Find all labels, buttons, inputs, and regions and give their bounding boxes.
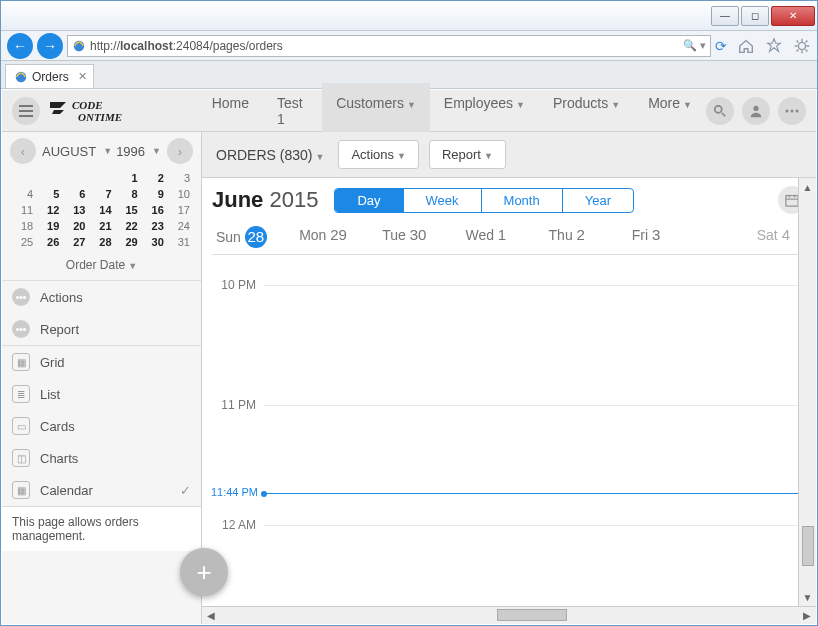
user-button[interactable] bbox=[742, 97, 770, 125]
window-maximize-button[interactable]: ◻ bbox=[741, 6, 769, 26]
cards-icon: ▭ bbox=[12, 417, 30, 435]
mini-calendar-next[interactable]: › bbox=[167, 138, 193, 164]
forward-button[interactable]: → bbox=[37, 33, 63, 59]
mini-calendar-day[interactable]: 6 bbox=[62, 186, 88, 202]
hour-row[interactable]: 11 PM bbox=[264, 405, 816, 525]
mini-calendar-day[interactable]: 7 bbox=[88, 186, 114, 202]
mini-calendar-day[interactable]: 13 bbox=[62, 202, 88, 218]
mini-calendar-day[interactable]: 26 bbox=[36, 234, 62, 250]
view-year[interactable]: Year bbox=[562, 189, 633, 212]
menu-products[interactable]: Products▼ bbox=[539, 83, 634, 139]
mini-calendar-day[interactable]: 28 bbox=[88, 234, 114, 250]
mini-calendar-day[interactable]: 29 bbox=[115, 234, 141, 250]
sidebar-actions[interactable]: ••• Actions bbox=[2, 281, 201, 313]
search-button[interactable] bbox=[706, 97, 734, 125]
mini-calendar-title[interactable]: AUGUST▼ 1996▼ bbox=[42, 144, 161, 159]
mini-calendar-day[interactable]: 2 bbox=[141, 170, 167, 186]
more-button[interactable] bbox=[778, 97, 806, 125]
scroll-up-icon[interactable]: ▲ bbox=[799, 178, 816, 196]
scroll-thumb[interactable] bbox=[497, 609, 567, 621]
main-menu: HomeTest 1Customers▼Employees▼Products▼M… bbox=[198, 83, 706, 139]
sidebar-report[interactable]: ••• Report bbox=[2, 313, 201, 345]
mini-calendar-day[interactable]: 1 bbox=[115, 170, 141, 186]
hour-row[interactable]: 12 AM bbox=[264, 525, 816, 606]
tab-close-icon[interactable]: ✕ bbox=[78, 70, 87, 83]
day-header[interactable]: Fri 3 bbox=[628, 220, 711, 254]
mini-calendar-day[interactable]: 3 bbox=[167, 170, 193, 186]
day-header[interactable]: Tue 30 bbox=[378, 220, 461, 254]
scroll-down-icon[interactable]: ▼ bbox=[799, 588, 816, 606]
menu-more[interactable]: More▼ bbox=[634, 83, 706, 139]
day-header[interactable]: Wed 1 bbox=[461, 220, 544, 254]
actions-button[interactable]: Actions▼ bbox=[338, 140, 419, 169]
add-button[interactable]: + bbox=[180, 548, 228, 596]
mini-calendar-day[interactable]: 20 bbox=[62, 218, 88, 234]
mini-calendar-day[interactable]: 14 bbox=[88, 202, 114, 218]
mini-calendar-day[interactable]: 10 bbox=[167, 186, 193, 202]
back-button[interactable]: ← bbox=[7, 33, 33, 59]
day-header[interactable]: Sun 28 bbox=[212, 220, 295, 254]
favorites-icon[interactable] bbox=[765, 37, 783, 55]
menu-toggle-button[interactable] bbox=[12, 97, 40, 125]
day-header[interactable]: Sat 4 bbox=[711, 220, 806, 254]
calendar-grid[interactable]: 10 PM11 PM12 AM 11:44 PM bbox=[202, 255, 816, 606]
horizontal-scrollbar[interactable]: ◀ ▶ bbox=[202, 606, 816, 624]
sidebar-view-grid[interactable]: ▦Grid bbox=[2, 346, 201, 378]
mini-calendar-day[interactable]: 4 bbox=[10, 186, 36, 202]
mini-calendar-day[interactable]: 27 bbox=[62, 234, 88, 250]
url-host: localhost bbox=[120, 39, 173, 53]
menu-employees[interactable]: Employees▼ bbox=[430, 83, 539, 139]
mini-calendar-day[interactable]: 30 bbox=[141, 234, 167, 250]
report-button[interactable]: Report▼ bbox=[429, 140, 506, 169]
vertical-scrollbar[interactable]: ▲ ▼ bbox=[798, 178, 816, 606]
day-header[interactable]: Thu 2 bbox=[545, 220, 628, 254]
order-date-selector[interactable]: Order Date▼ bbox=[2, 250, 201, 280]
sidebar-view-list[interactable]: ≣List bbox=[2, 378, 201, 410]
sidebar-view-charts[interactable]: ◫Charts bbox=[2, 442, 201, 474]
sidebar: ‹ AUGUST▼ 1996▼ › 1234567891011121314151… bbox=[2, 132, 202, 624]
scroll-right-icon[interactable]: ▶ bbox=[798, 607, 816, 624]
mini-calendar-day[interactable]: 19 bbox=[36, 218, 62, 234]
mini-calendar-prev[interactable]: ‹ bbox=[10, 138, 36, 164]
menu-home[interactable]: Home bbox=[198, 83, 263, 139]
mini-calendar-day[interactable]: 18 bbox=[10, 218, 36, 234]
mini-calendar-day[interactable]: 24 bbox=[167, 218, 193, 234]
search-dropdown-icon[interactable]: 🔍 ▾ bbox=[683, 39, 706, 52]
window-minimize-button[interactable]: — bbox=[711, 6, 739, 26]
sidebar-views-section: ▦Grid≣List▭Cards◫Charts▦Calendar✓ bbox=[2, 345, 201, 506]
day-header[interactable]: Mon 29 bbox=[295, 220, 378, 254]
sidebar-view-cards[interactable]: ▭Cards bbox=[2, 410, 201, 442]
mini-calendar-grid[interactable]: 1234567891011121314151617181920212223242… bbox=[10, 170, 193, 250]
mini-calendar-day[interactable]: 11 bbox=[10, 202, 36, 218]
menu-test1[interactable]: Test 1 bbox=[263, 83, 322, 139]
hour-row[interactable]: 10 PM bbox=[264, 285, 816, 405]
tools-icon[interactable] bbox=[793, 37, 811, 55]
mini-calendar-day[interactable]: 8 bbox=[115, 186, 141, 202]
refresh-button[interactable]: ⟳ bbox=[715, 38, 727, 54]
browser-tab-orders[interactable]: Orders ✕ bbox=[5, 64, 94, 88]
view-month[interactable]: Month bbox=[481, 189, 562, 212]
mini-calendar-day[interactable]: 5 bbox=[36, 186, 62, 202]
home-icon[interactable] bbox=[737, 37, 755, 55]
mini-calendar-day[interactable]: 31 bbox=[167, 234, 193, 250]
mini-calendar-day[interactable]: 23 bbox=[141, 218, 167, 234]
mini-calendar-day[interactable]: 15 bbox=[115, 202, 141, 218]
menu-customers[interactable]: Customers▼ bbox=[322, 83, 430, 139]
mini-calendar-day[interactable]: 21 bbox=[88, 218, 114, 234]
view-day[interactable]: Day bbox=[335, 189, 402, 212]
mini-calendar-day[interactable]: 16 bbox=[141, 202, 167, 218]
sidebar-view-calendar[interactable]: ▦Calendar✓ bbox=[2, 474, 201, 506]
chevron-down-icon: ▼ bbox=[152, 146, 161, 156]
mini-calendar-day[interactable]: 22 bbox=[115, 218, 141, 234]
mini-calendar-day[interactable]: 17 bbox=[167, 202, 193, 218]
mini-calendar-day[interactable]: 25 bbox=[10, 234, 36, 250]
mini-calendar-day[interactable]: 12 bbox=[36, 202, 62, 218]
scroll-left-icon[interactable]: ◀ bbox=[202, 607, 220, 624]
view-week[interactable]: Week bbox=[403, 189, 481, 212]
window-close-button[interactable]: ✕ bbox=[771, 6, 815, 26]
orders-count-dropdown[interactable]: ORDERS (830)▼ bbox=[212, 141, 328, 169]
url-field[interactable]: http://localhost:24084/pages/orders 🔍 ▾ bbox=[67, 35, 711, 57]
scroll-thumb[interactable] bbox=[802, 526, 814, 566]
mini-calendar-day[interactable]: 9 bbox=[141, 186, 167, 202]
content-toolbar: ORDERS (830)▼ Actions▼ Report▼ bbox=[202, 132, 816, 178]
